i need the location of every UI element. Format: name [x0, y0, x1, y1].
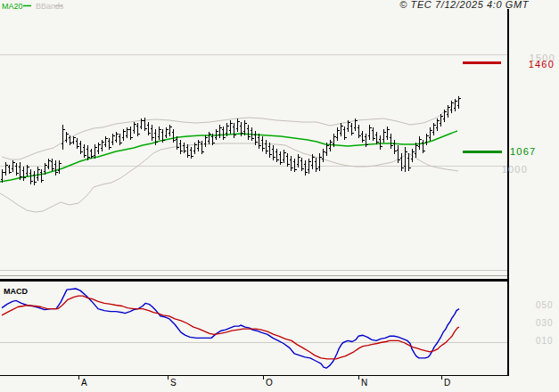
ohlc-bar	[432, 123, 436, 135]
ohlc-bar	[183, 143, 186, 153]
ohlc-bar	[233, 123, 236, 138]
ohlc-bar	[165, 127, 169, 138]
ohlc-bar	[358, 125, 361, 138]
ohlc-bar	[33, 171, 37, 185]
ohlc-bar	[400, 153, 404, 171]
price-bars	[1, 96, 461, 185]
ohlc-bar	[404, 147, 407, 172]
ohlc-bar	[268, 143, 272, 158]
ohlc-bar	[283, 150, 286, 163]
ohlc-bar	[151, 125, 154, 141]
ohlc-bar	[147, 122, 151, 135]
bollinger-bands	[0, 99, 460, 212]
ohlc-bar	[375, 132, 379, 144]
ohlc-bar	[258, 134, 261, 149]
ohlc-bar	[58, 160, 62, 174]
ohlc-bar	[247, 125, 251, 140]
ohlc-bar	[104, 136, 108, 147]
ohlc-bar	[169, 125, 172, 136]
macd-scale-label-010: 010	[536, 336, 554, 346]
ohlc-bar	[108, 138, 111, 150]
ohlc-bar	[447, 105, 450, 118]
ohlc-bar	[208, 132, 211, 144]
ohlc-bar	[290, 156, 293, 171]
ohlc-bar	[29, 169, 33, 184]
ohlc-bar	[133, 122, 136, 134]
ohlc-bar	[304, 160, 308, 176]
ohlc-bar	[83, 144, 86, 158]
ohlc-bar	[329, 140, 333, 151]
ohlc-bar	[368, 125, 372, 140]
resistance-price-label: 1460	[529, 59, 555, 69]
chart-canvas: ASOND MA20 BBands © TEC 7/12/2025 4:0 GM…	[0, 0, 559, 392]
month-label: D	[444, 378, 450, 388]
ohlc-bar	[51, 159, 54, 171]
ohlc-bar	[62, 125, 65, 150]
ohlc-bar	[379, 135, 382, 150]
ohlc-bar	[22, 167, 26, 181]
ohlc-bar	[215, 129, 218, 140]
ohlc-bar	[429, 127, 432, 141]
ohlc-bar	[372, 127, 375, 141]
ohlc-bar	[315, 158, 318, 172]
ohlc-bar	[336, 127, 340, 141]
ohlc-bar	[136, 123, 140, 136]
month-label: O	[266, 378, 273, 388]
ohlc-bar	[322, 149, 325, 162]
ohlc-bar	[186, 144, 190, 158]
ohlc-bar	[279, 151, 283, 165]
ohlc-bar	[90, 149, 94, 159]
ohlc-bar	[94, 144, 97, 159]
ohlc-bar	[197, 140, 201, 151]
ohlc-bar	[418, 136, 422, 150]
ohlc-bar	[340, 123, 343, 136]
ohlc-bar	[318, 153, 322, 171]
month-axis: ASOND	[79, 376, 451, 388]
ohlc-bar	[111, 134, 115, 145]
ohlc-bar	[190, 147, 193, 159]
copyright-text: © TEC 7/12/2025 4:0 GMT	[399, 0, 529, 10]
ohlc-bar	[129, 127, 133, 140]
month-label: N	[361, 378, 367, 388]
ohlc-bar	[300, 158, 304, 171]
ohlc-bar	[47, 159, 51, 169]
ohlc-bar	[115, 132, 119, 143]
ohlc-bar	[193, 143, 197, 154]
ohlc-bar	[79, 141, 83, 154]
ohlc-bar	[393, 140, 397, 154]
ohlc-bar	[386, 127, 390, 140]
ohlc-bar	[4, 162, 8, 176]
ohlc-bar	[265, 140, 268, 154]
bollinger-lower-line	[0, 143, 458, 212]
ohlc-bar	[158, 127, 161, 140]
ohlc-bar	[15, 163, 19, 176]
chart-window: ASOND MA20 BBands © TEC 7/12/2025 4:0 GM…	[0, 0, 559, 392]
ohlc-bar	[218, 125, 222, 138]
ohlc-bar	[390, 134, 393, 149]
ohlc-bar	[382, 129, 386, 143]
price-gridline-label-1000: 1000	[502, 164, 528, 175]
ohlc-bar	[101, 140, 104, 151]
ohlc-bar	[343, 127, 347, 140]
support-price-label: 1067	[510, 146, 536, 157]
ohlc-bar	[76, 138, 79, 149]
ohlc-bar	[350, 123, 354, 135]
ohlc-bar	[201, 141, 204, 154]
ohlc-bar	[26, 165, 29, 176]
macd-macd-curve	[2, 289, 459, 368]
ohlc-bar	[422, 140, 425, 153]
ohlc-bar	[122, 129, 126, 141]
ohlc-bar	[179, 140, 183, 154]
ohlc-bar	[172, 129, 176, 143]
ohlc-bar	[286, 153, 290, 167]
ohlc-bar	[436, 118, 440, 131]
ohlc-bar	[407, 153, 411, 171]
ohlc-bar	[229, 120, 233, 134]
macd-scale-label-030: 030	[536, 318, 554, 328]
macd-series	[2, 289, 459, 368]
month-label: S	[170, 378, 177, 388]
ohlc-bar	[454, 99, 457, 111]
macd-panel-label: MACD	[4, 287, 28, 296]
ohlc-bar	[236, 118, 240, 132]
ohlc-bar	[204, 135, 208, 147]
